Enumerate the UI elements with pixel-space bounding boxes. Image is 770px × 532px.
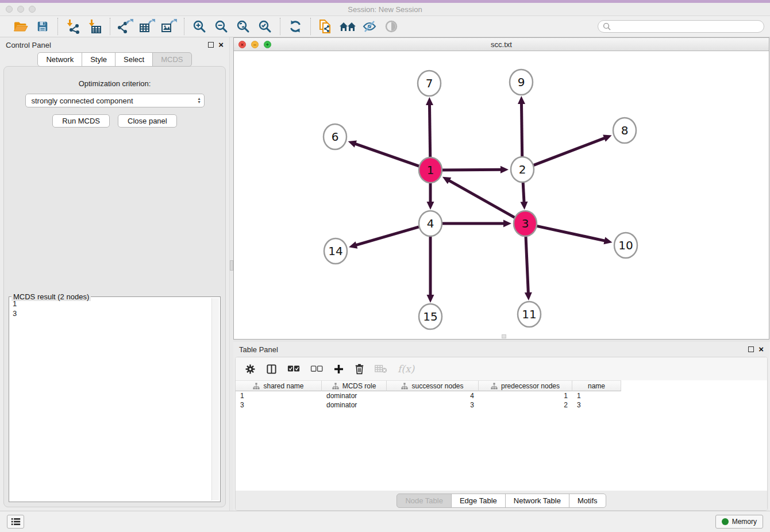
graph-edge-3-11[interactable] <box>526 234 529 294</box>
save-session-button[interactable] <box>33 18 52 35</box>
table-tab-motifs[interactable]: Motifs <box>569 494 606 508</box>
table-tab-edge-table[interactable]: Edge Table <box>451 494 506 508</box>
dropdown-stepper-icon: ▴▾ <box>198 97 200 104</box>
import-network-button[interactable] <box>64 18 82 35</box>
panel-splitter[interactable] <box>229 37 233 511</box>
zoom-window-button[interactable] <box>29 6 36 13</box>
graph-edge-2-9[interactable] <box>521 103 522 159</box>
zoom-in-button[interactable] <box>190 18 209 35</box>
table-row[interactable]: 1dominator411 <box>236 391 767 400</box>
select-all-rows-button[interactable] <box>287 365 300 373</box>
hierarchy-icon <box>332 383 339 390</box>
network-minimize-button[interactable]: − <box>251 41 259 48</box>
import-network-icon <box>66 19 80 34</box>
home-view-button[interactable] <box>338 18 357 35</box>
delete-table-button[interactable] <box>375 364 387 373</box>
export-network-button[interactable] <box>116 18 134 35</box>
columns-icon <box>266 364 277 375</box>
table-panel-header: Table Panel × <box>233 342 769 357</box>
table-cell: dominator <box>322 391 387 400</box>
show-columns-button[interactable] <box>266 364 277 375</box>
column-header-name[interactable]: name <box>572 380 621 391</box>
add-row-button[interactable] <box>333 364 344 375</box>
table-cell: dominator <box>322 400 387 410</box>
task-history-button[interactable] <box>7 515 24 529</box>
graph-edge-3-10[interactable] <box>536 226 606 241</box>
network-graph[interactable]: 7968124314101511 <box>234 51 768 338</box>
memory-button[interactable]: Memory <box>715 515 763 529</box>
mcds-result-scrollbar[interactable] <box>211 298 219 500</box>
deselect-all-rows-button[interactable] <box>310 365 323 373</box>
column-header-shared-name[interactable]: shared name <box>236 380 322 391</box>
table-tab-node-table[interactable]: Node Table <box>396 494 452 508</box>
hide-unselected-button[interactable] <box>360 18 379 35</box>
graph-node-label: 1 <box>427 163 434 177</box>
close-panel-button[interactable]: Close panel <box>118 114 177 128</box>
graph-edge-4-14[interactable] <box>356 226 421 245</box>
graph-edge-2-3[interactable] <box>523 180 524 203</box>
toolbar-group-view <box>311 18 406 35</box>
table-tab-network-table[interactable]: Network Table <box>505 494 569 508</box>
run-mcds-button[interactable]: Run MCDS <box>52 114 110 128</box>
zoom-selected-button[interactable] <box>256 18 274 35</box>
network-canvas[interactable]: 7968124314101511 <box>234 51 769 339</box>
optimization-criterion-select[interactable]: strongly connected component ▴▾ <box>25 94 205 107</box>
table-cell: 1 <box>479 391 572 400</box>
graph-node-label: 10 <box>618 238 633 252</box>
minimize-window-button[interactable] <box>17 6 24 13</box>
open-session-button[interactable] <box>11 18 30 35</box>
float-panel-icon[interactable] <box>208 42 214 48</box>
graph-edge-1-6[interactable] <box>355 144 421 167</box>
graph-edge-3-1[interactable] <box>448 180 516 218</box>
tab-select[interactable]: Select <box>115 52 153 67</box>
column-header-predecessor-nodes[interactable]: predecessor nodes <box>479 380 572 391</box>
table-cell: 2 <box>479 400 572 410</box>
graph-edge-1-7[interactable] <box>429 104 430 160</box>
search-field-container[interactable] <box>598 20 764 33</box>
status-bar: Memory <box>0 511 770 531</box>
graph-edge-1-2[interactable] <box>441 169 502 170</box>
network-close-button[interactable]: × <box>238 41 246 48</box>
export-image-button[interactable] <box>160 18 178 35</box>
clone-network-button[interactable] <box>317 18 335 35</box>
tab-network[interactable]: Network <box>37 52 82 67</box>
tab-mcds[interactable]: MCDS <box>152 52 191 67</box>
function-builder-button[interactable]: f(x) <box>398 363 414 375</box>
tab-style[interactable]: Style <box>82 52 116 67</box>
close-table-panel-icon[interactable]: × <box>759 346 764 352</box>
splitter-handle[interactable] <box>230 260 233 271</box>
float-table-panel-icon[interactable] <box>748 346 754 352</box>
clone-network-icon <box>318 18 333 34</box>
network-maximize-button[interactable]: + <box>264 41 271 48</box>
zoom-fit-button[interactable] <box>234 18 252 35</box>
graph-edge-arrowhead <box>503 220 511 228</box>
zoom-out-button[interactable] <box>212 18 230 35</box>
column-header-successor-nodes[interactable]: successor nodes <box>387 380 479 391</box>
show-all-button[interactable] <box>382 18 401 35</box>
search-input[interactable] <box>614 22 759 30</box>
column-header-MCDS-role[interactable]: MCDS role <box>322 380 387 391</box>
close-window-button[interactable] <box>6 6 13 13</box>
toolbar-group-zoom <box>184 18 280 35</box>
table-cell: 4 <box>387 391 479 400</box>
zoom-fit-icon <box>236 20 250 33</box>
refresh-layout-button[interactable] <box>286 18 305 35</box>
graph-edge-2-8[interactable] <box>532 138 606 166</box>
memory-label: Memory <box>732 518 757 526</box>
window-controls[interactable] <box>6 6 36 13</box>
graph-node-label: 2 <box>519 163 526 176</box>
mcds-result-list[interactable]: 1 3 <box>10 298 211 500</box>
graph-node-label: 7 <box>426 76 433 90</box>
graph-edge-arrowhead <box>427 202 434 210</box>
toolbar-group-session <box>6 18 57 35</box>
export-table-button[interactable] <box>138 18 156 35</box>
close-panel-icon[interactable]: × <box>218 42 224 48</box>
table-toolbar: f(x) <box>236 357 767 380</box>
network-resize-handle[interactable] <box>502 334 506 338</box>
network-window-controls[interactable]: × − + <box>238 41 271 48</box>
import-table-button[interactable] <box>86 18 104 35</box>
table-row[interactable]: 3dominator323 <box>236 400 767 410</box>
delete-rows-button[interactable] <box>355 364 364 375</box>
table-settings-button[interactable] <box>245 364 256 375</box>
network-window-title: scc.txt <box>491 40 512 49</box>
